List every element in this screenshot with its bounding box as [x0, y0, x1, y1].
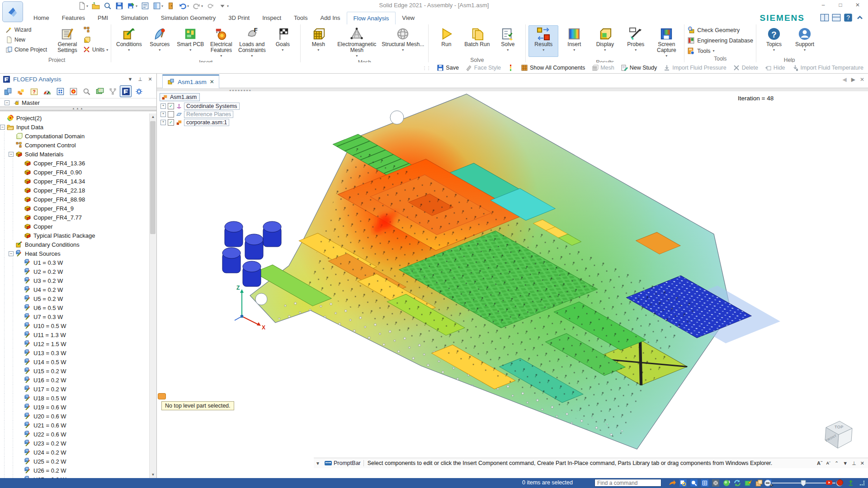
expander-icon[interactable]: −	[0, 125, 5, 130]
next-tab-icon[interactable]: ▶	[851, 76, 855, 83]
panel-tab-dependency-graph-icon[interactable]	[107, 85, 118, 97]
prompt-bar-label[interactable]: PromptBar	[322, 460, 364, 466]
ribbon-button-electrical-features[interactable]: Electrical Features▾	[206, 25, 236, 59]
panel-tab-probe-search-icon[interactable]	[80, 85, 92, 97]
toolbar-button-new-study[interactable]: New Study	[621, 64, 657, 71]
tree-item[interactable]: U1 = 0.3 W	[0, 258, 150, 267]
pin-icon[interactable]: ⊥	[137, 76, 144, 82]
ribbon-tab-simulation[interactable]: Simulation	[114, 12, 155, 24]
pan-icon[interactable]	[712, 479, 720, 487]
ribbon-button-conditions[interactable]: Conditions▾	[114, 25, 144, 57]
ribbon-button-support[interactable]: Support▾	[790, 25, 820, 57]
model-canvas[interactable]: Asm1.asm + ✓ Coordinate Systems + Refere…	[157, 91, 868, 468]
ribbon-button-batch-run[interactable]: Batch Run	[462, 25, 492, 57]
expander-icon[interactable]: +	[160, 112, 166, 117]
scroll-down-icon[interactable]: ▼	[150, 471, 156, 478]
panel-tab-gauge-icon[interactable]	[41, 85, 53, 97]
collapse-icon[interactable]: ⌃	[835, 460, 839, 466]
prompt-tab[interactable]	[158, 393, 166, 399]
tree-item[interactable]: Copper_FR4_14.34	[0, 177, 150, 186]
expander-icon[interactable]: −	[9, 152, 14, 157]
tree-item[interactable]: U15 = 0.2 W	[0, 366, 150, 375]
window-layout-icon[interactable]	[832, 13, 841, 22]
ribbon-tab-pmi[interactable]: PMI	[91, 12, 114, 24]
ribbon-button-wizard[interactable]: Wizard	[5, 25, 52, 34]
ribbon-button-run[interactable]: Run	[431, 25, 461, 57]
checkbox[interactable]: ✓	[168, 119, 174, 126]
tree-item[interactable]: U23 = 0.2 W	[0, 439, 150, 448]
toolbar-button-hide[interactable]: Hide	[764, 64, 785, 71]
toolbar-button-import-fluid-pressure[interactable]: Import Fluid Pressure	[663, 64, 726, 71]
overlay-item[interactable]: + Reference Planes	[160, 111, 240, 118]
ribbon-button-display[interactable]: Display▾	[590, 25, 620, 57]
checkbox[interactable]	[168, 111, 174, 117]
ribbon-tab-3d-print[interactable]: 3D Print	[222, 12, 256, 24]
tree-item[interactable]: Copper_FR4_0.90	[0, 168, 150, 177]
tree-item[interactable]: Copper_FR4_7.77	[0, 213, 150, 222]
app-logo-button[interactable]	[2, 1, 23, 22]
tree-item[interactable]: U3 = 0.2 W	[0, 276, 150, 285]
tree-item[interactable]: U24 = 0.2 W	[0, 448, 150, 457]
overlay-item[interactable]: + ✓ Coordinate Systems	[160, 103, 240, 110]
ribbon-iconbutton-component-structure-icon[interactable]	[83, 25, 108, 34]
panel-tab-thermal-point-icon[interactable]	[67, 85, 79, 97]
panel-tab-image-gallery-icon[interactable]	[94, 85, 105, 97]
tree-item[interactable]: U20 = 0.6 W	[0, 412, 150, 421]
ribbon-button-new[interactable]: New	[5, 35, 52, 44]
command-arrow-icon[interactable]	[668, 479, 676, 487]
expander-icon[interactable]: +	[160, 120, 166, 125]
tree-item[interactable]: U26 = 0.2 W	[0, 466, 150, 475]
expander-icon[interactable]: +	[160, 103, 166, 109]
prev-tab-icon[interactable]: ◀	[842, 76, 846, 83]
ribbon-button-structural-mesh-[interactable]: Structural Mesh...▾	[380, 25, 425, 57]
font-decrease-icon[interactable]: Aˇ	[826, 461, 831, 465]
upload-icon[interactable]	[847, 479, 855, 487]
toolbar-button-face-style[interactable]: Face Style	[465, 64, 501, 71]
panel-tab-settings-gear-icon[interactable]	[133, 85, 145, 97]
ribbon-button-sources[interactable]: Sources▾	[145, 25, 175, 57]
ribbon-button-general-settings[interactable]: General Settings	[52, 25, 82, 57]
tree-item[interactable]: U18 = 0.5 W	[0, 394, 150, 403]
resize-grip-icon[interactable]	[858, 479, 866, 487]
tree-item[interactable]: U12 = 1.5 W	[0, 339, 150, 348]
prompt-pin-icon[interactable]: ⊥	[852, 460, 856, 466]
toolbar-button-show-all-components[interactable]: Show All Components	[521, 64, 585, 71]
display-options-icon[interactable]: ▼	[127, 76, 134, 82]
scroll-thumb[interactable]	[150, 121, 156, 234]
pcb-model[interactable]	[157, 91, 868, 468]
ribbon-tab-simulation-geometry[interactable]: Simulation Geometry	[155, 12, 222, 24]
toolbar-button-delete[interactable]: Delete	[733, 64, 758, 71]
tree-item[interactable]: U25 = 0.2 W	[0, 457, 150, 466]
tree-item[interactable]: U27 = 0.2 W	[0, 475, 150, 478]
ribbon-tab-add-ins[interactable]: Add Ins	[314, 12, 346, 24]
record-icon[interactable]	[836, 479, 844, 487]
view-cube[interactable]: TOP FRONT	[821, 416, 857, 452]
ribbon-tab-home[interactable]: Home	[27, 12, 56, 24]
ribbon-button-check-geometry[interactable]: +Check Geometry	[687, 25, 753, 35]
find-command-input[interactable]	[594, 479, 661, 487]
tree-item[interactable]: U21 = 0.6 W	[0, 421, 150, 430]
close-window-button[interactable]: ✕	[850, 0, 865, 10]
panel-tab-preview-dots-icon[interactable]	[54, 85, 66, 97]
ribbon-tab-inspect[interactable]: Inspect	[256, 12, 288, 24]
panel-tab-component-grid-icon[interactable]	[15, 85, 27, 97]
window-area-icon[interactable]	[755, 479, 763, 487]
prompt-close-icon[interactable]: ✕	[860, 460, 864, 466]
tree-item[interactable]: −Solid Materials	[0, 150, 150, 159]
tree-item[interactable]: Typical Plastic Package	[0, 231, 150, 240]
tree-item[interactable]: U16 = 0.2 W	[0, 375, 150, 385]
tree-item[interactable]: U11 = 1.3 W	[0, 330, 150, 339]
tree-item[interactable]: Copper	[0, 222, 150, 231]
ribbon-tab-tools[interactable]: Tools	[288, 12, 314, 24]
tree-item[interactable]: U22 = 0.6 W	[0, 430, 150, 439]
tree-scrollbar[interactable]: ▲ ▼	[149, 113, 156, 478]
toolbar-grip[interactable]: ⋮⋮	[422, 66, 430, 70]
ribbon-button-clone-project[interactable]: Clone Project	[5, 45, 52, 54]
fit-icon[interactable]	[701, 479, 709, 487]
document-tab[interactable]: Asm1.asm ✕	[162, 75, 219, 88]
tree-item[interactable]: Copper_FR4_9	[0, 204, 150, 213]
toolbar-button-save[interactable]: Save	[437, 64, 459, 71]
ribbon-button-insert[interactable]: Insert▾	[559, 25, 589, 57]
prompt-options-icon[interactable]: ▼	[843, 460, 848, 466]
tree-item[interactable]: −Input Data	[0, 122, 150, 131]
